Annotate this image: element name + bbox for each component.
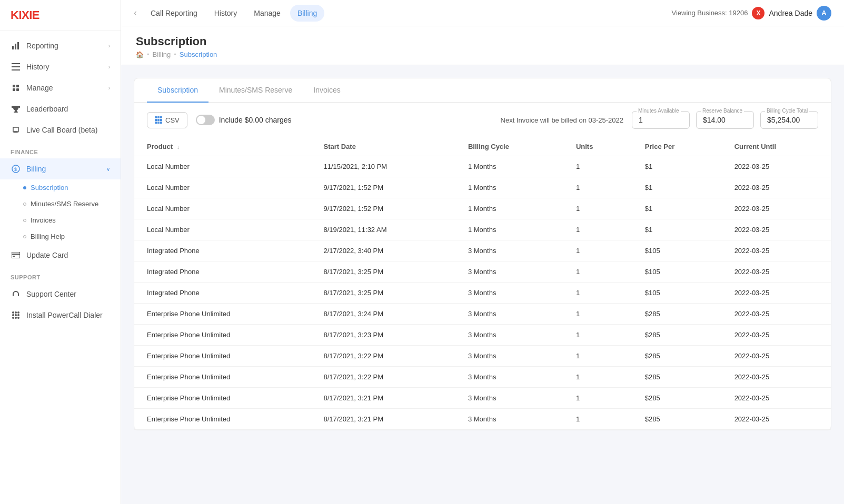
topnav-billing[interactable]: Billing [290, 5, 324, 22]
table-row: Integrated Phone8/17/2021, 3:25 PM3 Mont… [134, 283, 831, 304]
cell-start_date: 8/17/2021, 3:22 PM [311, 346, 455, 367]
trophy-icon [11, 104, 21, 114]
svg-point-23 [12, 311, 14, 314]
table-row: Local Number8/19/2021, 11:32 AM1 Months1… [134, 219, 831, 240]
sidebar-leaderboard-label: Leaderboard [26, 105, 110, 113]
cell-current_until: 2022-03-25 [722, 283, 831, 304]
cell-current_until: 2022-03-25 [722, 304, 831, 325]
grid-csv-icon [155, 116, 162, 124]
card-toolbar: CSV Include $0.00 charges Next Invoice w… [134, 103, 831, 137]
invoices-label: Invoices [31, 216, 56, 224]
sidebar-item-leaderboard[interactable]: Leaderboard [0, 98, 121, 119]
table-row: Enterprise Phone Unlimited8/17/2021, 3:2… [134, 346, 831, 367]
col-units-label: Units [576, 143, 593, 150]
sidebar-sub-item-subscription[interactable]: Subscription [0, 179, 121, 196]
cell-current_until: 2022-03-25 [722, 156, 831, 177]
cell-price_per: $285 [632, 304, 722, 325]
support-center-label: Support Center [26, 290, 110, 298]
main-card: Subscription Minutes/SMS Reserve Invoice… [134, 78, 831, 430]
sidebar-sub-item-minutes-sms[interactable]: Minutes/SMS Reserve [0, 196, 121, 212]
sidebar-item-manage[interactable]: Manage › [0, 77, 121, 98]
sidebar-sub-item-invoices[interactable]: Invoices [0, 212, 121, 228]
table-header: Product ↓ Start Date Billing Cycle Units [134, 137, 831, 156]
table-row: Enterprise Phone Unlimited8/17/2021, 3:2… [134, 388, 831, 409]
sidebar-item-billing[interactable]: $ Billing ∨ [0, 158, 121, 179]
minutes-available-value: 1 [639, 116, 643, 124]
topnav-call-reporting[interactable]: Call Reporting [143, 5, 205, 22]
cell-units: 1 [563, 325, 632, 346]
sidebar-item-support-center[interactable]: Support Center [0, 284, 121, 305]
toggle-label: Include $0.00 charges [219, 116, 292, 124]
cell-billing_cycle: 3 Months [455, 325, 563, 346]
col-units: Units [563, 137, 632, 156]
svg-rect-20 [13, 256, 15, 257]
topnav-manage[interactable]: Manage [246, 5, 288, 22]
svg-rect-32 [155, 116, 157, 118]
cell-product: Integrated Phone [134, 261, 311, 283]
sidebar-sub-item-billing-help[interactable]: Billing Help [0, 228, 121, 245]
sidebar-item-install-powercall[interactable]: Install PowerCall Dialer [0, 305, 121, 326]
cell-units: 1 [563, 283, 632, 304]
viewing-business-info: Viewing Business: 19206 X Andrea Dade A [671, 6, 831, 21]
cell-current_until: 2022-03-25 [722, 240, 831, 261]
cell-price_per: $1 [632, 219, 722, 240]
table-row: Integrated Phone8/17/2021, 3:25 PM3 Mont… [134, 261, 831, 283]
minutes-available-label: Minutes Available [637, 108, 681, 114]
cell-units: 1 [563, 219, 632, 240]
home-icon: 🏠 [136, 51, 144, 58]
col-billing-cycle-label: Billing Cycle [468, 143, 509, 150]
svg-rect-11 [14, 112, 18, 113]
table-row: Local Number9/17/2021, 1:52 PM1 Months1$… [134, 198, 831, 219]
table-row: Enterprise Phone Unlimited8/17/2021, 3:2… [134, 304, 831, 325]
brand-name: KIXIE [11, 8, 39, 22]
svg-rect-14 [14, 132, 17, 133]
svg-rect-39 [157, 122, 160, 124]
toggle-include-charges[interactable]: Include $0.00 charges [196, 115, 292, 125]
sidebar-item-history[interactable]: History › [0, 56, 121, 77]
svg-point-28 [17, 314, 19, 316]
cell-start_date: 8/17/2021, 3:25 PM [311, 261, 455, 283]
back-button[interactable]: ‹ [134, 7, 137, 18]
toggle-knob [197, 116, 205, 124]
svg-point-31 [17, 317, 19, 319]
cell-billing_cycle: 3 Months [455, 240, 563, 261]
minutes-available-field: Minutes Available 1 [632, 111, 690, 129]
sidebar-item-reporting[interactable]: Reporting › [0, 35, 121, 56]
cell-product: Local Number [134, 177, 311, 198]
cell-price_per: $285 [632, 367, 722, 388]
cell-units: 1 [563, 261, 632, 283]
toggle-switch[interactable] [196, 115, 215, 125]
breadcrumb-sep1: • [147, 51, 150, 58]
card-icon [11, 250, 21, 260]
breadcrumb-billing-link[interactable]: Billing [153, 51, 171, 58]
update-card-label: Update Card [26, 251, 110, 259]
topnav-history[interactable]: History [207, 5, 245, 22]
cell-billing_cycle: 3 Months [455, 283, 563, 304]
svg-rect-9 [16, 88, 19, 91]
cell-product: Local Number [134, 198, 311, 219]
cell-price_per: $1 [632, 198, 722, 219]
svg-rect-6 [13, 85, 15, 87]
col-product[interactable]: Product ↓ [134, 137, 311, 156]
col-current-until: Current Until [722, 137, 831, 156]
cell-units: 1 [563, 346, 632, 367]
apps-icon [11, 310, 21, 320]
sort-icon: ↓ [177, 144, 180, 150]
cell-units: 1 [563, 177, 632, 198]
cell-start_date: 8/17/2021, 3:25 PM [311, 283, 455, 304]
svg-rect-5 [12, 69, 20, 70]
sidebar-billing-label: Billing [26, 165, 106, 173]
cell-product: Enterprise Phone Unlimited [134, 346, 311, 367]
sidebar-manage-label: Manage [26, 84, 108, 92]
sidebar-item-live-call-board[interactable]: Live Call Board (beta) [0, 119, 121, 140]
tab-invoices[interactable]: Invoices [303, 78, 351, 103]
table-row: Local Number11/15/2021, 2:10 PM1 Months1… [134, 156, 831, 177]
tab-minutes-sms-reserve[interactable]: Minutes/SMS Reserve [208, 78, 303, 103]
csv-button[interactable]: CSV [147, 112, 187, 128]
svg-rect-3 [12, 63, 20, 64]
tab-subscription[interactable]: Subscription [147, 78, 208, 103]
sidebar-item-update-card[interactable]: Update Card [0, 245, 121, 266]
close-business-button[interactable]: X [752, 7, 764, 19]
table-row: Enterprise Phone Unlimited8/17/2021, 3:2… [134, 367, 831, 388]
csv-label: CSV [165, 116, 180, 124]
